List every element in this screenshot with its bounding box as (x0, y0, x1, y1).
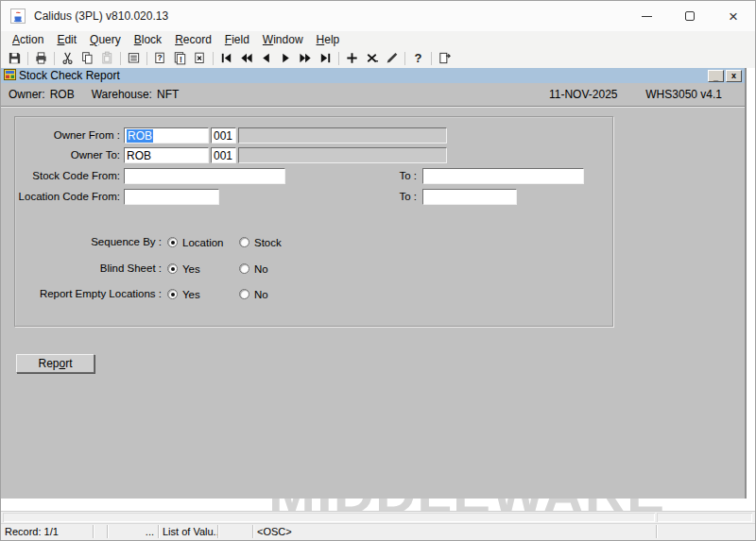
owner-to-suffix-input[interactable]: 001 (211, 147, 236, 163)
mdi-minimize-icon: _ (713, 74, 718, 82)
execute-query-icon[interactable]: ! (170, 50, 190, 67)
owner-label: Owner: (9, 88, 45, 101)
stock-code-to-input[interactable] (422, 168, 584, 184)
cancel-query-icon[interactable] (190, 50, 210, 67)
toolbar-separator (338, 52, 339, 65)
blind-sheet-yes-radio[interactable]: Yes (167, 262, 200, 275)
menu-edit[interactable]: Edit (50, 32, 83, 47)
update-record-icon[interactable] (382, 50, 402, 67)
maximize-icon (685, 11, 695, 21)
radio-icon (239, 237, 249, 247)
status-bar: Record: 1/1 ... List of Valu... <OSC> (1, 523, 755, 540)
middleware-watermark: MIDDLEWARE (268, 499, 665, 511)
owner-from-input[interactable]: ROB (124, 127, 209, 144)
first-record-icon[interactable] (216, 50, 236, 67)
location-code-to-input[interactable] (422, 189, 517, 205)
owner-to-description (238, 147, 447, 163)
mdi-minimize-button[interactable]: _ (708, 70, 724, 82)
menu-record[interactable]: Record (168, 32, 218, 47)
sequence-by-location-radio[interactable]: Location (167, 236, 223, 248)
blind-sheet-label: Blind Sheet : (1, 262, 162, 275)
delete-record-icon[interactable] (362, 50, 382, 67)
stock-code-from-label: Stock Code From: (1, 168, 120, 184)
menu-field[interactable]: Field (218, 32, 256, 47)
toolbar-separator (431, 52, 432, 65)
app-window: Calidus (3PL) v810.020.13 × Action Edit … (0, 0, 756, 541)
stock-code-from-input[interactable] (124, 168, 285, 184)
list-of-values-indicator: List of Valu... (159, 525, 218, 538)
owner-from-suffix-input[interactable]: 001 (211, 127, 236, 144)
svg-text:!: ! (180, 55, 182, 64)
copy-icon[interactable] (77, 50, 97, 67)
menu-query[interactable]: Query (83, 32, 128, 47)
owner-from-description (238, 127, 447, 144)
block-menu-icon[interactable] (124, 50, 144, 67)
status-cell-empty-2 (218, 525, 253, 538)
menu-bar: Action Edit Query Block Record Field Win… (1, 31, 755, 48)
enter-query-icon[interactable]: ? (150, 50, 170, 67)
owner-to-input[interactable]: ROB (124, 147, 209, 163)
cut-icon[interactable] (58, 50, 77, 67)
mdi-close-button[interactable]: x (726, 70, 742, 82)
radio-icon (167, 237, 178, 247)
next-set-icon[interactable] (296, 50, 316, 67)
mdi-window-title: Stock Check Report (19, 69, 120, 82)
previous-set-icon[interactable] (236, 50, 256, 67)
radio-icon (239, 289, 249, 299)
paste-icon[interactable] (97, 50, 117, 67)
minimize-icon (642, 16, 652, 17)
mdi-close-icon: x (731, 72, 736, 80)
osc-indicator: <OSC> (253, 525, 657, 538)
warehouse-label: Warehouse: (92, 88, 152, 101)
previous-record-icon[interactable] (256, 50, 276, 67)
maximize-button[interactable] (668, 1, 712, 31)
save-icon[interactable] (5, 50, 25, 67)
svg-text:?: ? (157, 53, 162, 62)
radio-icon (167, 289, 178, 299)
location-code-from-input[interactable] (124, 189, 219, 205)
menu-help[interactable]: Help (310, 32, 347, 47)
sequence-by-stock-radio[interactable]: Stock (239, 236, 282, 248)
menu-block[interactable]: Block (128, 32, 168, 47)
mdi-area: Stock Check Report _ x Owner: ROB Wareho… (1, 68, 747, 499)
stock-code-to-label: To : (377, 168, 417, 184)
status-cell-empty-1 (94, 525, 108, 538)
exit-icon[interactable] (435, 50, 455, 67)
toolbar-separator (213, 52, 214, 65)
close-icon: × (729, 8, 738, 25)
form-window-icon (4, 67, 16, 84)
window-controls: × (625, 1, 755, 31)
menu-window[interactable]: Window (256, 32, 310, 47)
warehouse-value: NFT (157, 88, 179, 101)
status-cell-empty-3 (657, 525, 755, 538)
report-empty-locations-label: Report Empty Locations : (1, 288, 162, 300)
report-button[interactable]: Report (16, 354, 94, 373)
java-app-icon (10, 8, 26, 24)
last-record-icon[interactable] (316, 50, 335, 67)
title-bar: Calidus (3PL) v810.020.13 × (1, 1, 755, 31)
report-empty-no-radio[interactable]: No (239, 288, 268, 300)
insert-record-icon[interactable] (342, 50, 362, 67)
message-line (1, 511, 755, 523)
toolbar: ? ! (1, 48, 755, 68)
close-button[interactable]: × (712, 1, 755, 31)
window-title: Calidus (3PL) v810.020.13 (34, 9, 168, 23)
help-icon[interactable]: ? (408, 50, 428, 67)
print-icon[interactable] (31, 50, 51, 67)
owner-to-label: Owner To: (1, 147, 120, 163)
report-empty-yes-radio[interactable]: Yes (167, 288, 200, 300)
menu-action[interactable]: Action (6, 32, 50, 47)
stock-check-report-titlebar[interactable]: Stock Check Report _ x (1, 68, 745, 83)
toolbar-separator (146, 52, 147, 65)
minimize-button[interactable] (625, 1, 668, 31)
location-code-to-label: To : (377, 189, 417, 205)
next-record-icon[interactable] (276, 50, 296, 67)
watermark-strip: MIDDLEWARE (1, 499, 755, 511)
blind-sheet-no-radio[interactable]: No (239, 262, 268, 275)
toolbar-separator (120, 52, 121, 65)
status-dots: ... (108, 525, 159, 538)
sequence-by-label: Sequence By : (1, 236, 162, 248)
message-cell-right (657, 513, 752, 522)
toolbar-separator (404, 52, 405, 65)
owner-value: ROB (50, 88, 75, 101)
